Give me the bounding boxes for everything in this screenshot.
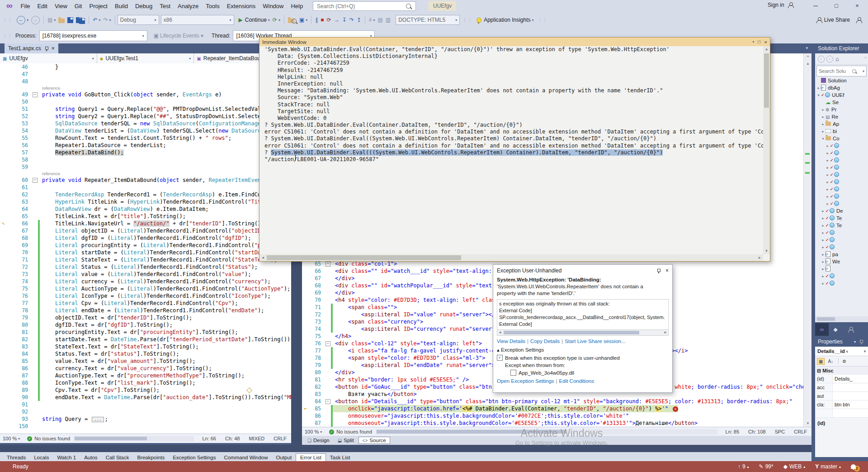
expander-icon[interactable]: ▸: [825, 158, 830, 162]
code-line[interactable]: 55 RowCount.Text = tenderList.Count.ToSt…: [0, 134, 291, 142]
codelens-row[interactable]: reference: [0, 171, 291, 176]
navigate-forward-button[interactable]: →: [31, 16, 40, 24]
tab-git-changes[interactable]: ◆: [829, 323, 842, 336]
code-line[interactable]: 75 Literal AuctionType = (Literal)Tender…: [0, 285, 291, 292]
restart-button[interactable]: ⟳: [327, 17, 331, 23]
code-line[interactable]: 58: [0, 156, 291, 163]
menu-analyze[interactable]: Analyze: [174, 1, 202, 11]
solution-tree-item[interactable]: ▸✓Te: [815, 215, 868, 222]
solution-tree-item[interactable]: ▸▤Re: [815, 113, 868, 120]
exception-settings-header[interactable]: ▴ Exception Settings: [497, 347, 669, 353]
code-line[interactable]: 84 Status.Text = dr["status"].ToString()…: [0, 350, 291, 358]
save-all-button[interactable]: [76, 16, 85, 24]
code-line[interactable]: 70 Literal startDate = (Literal)TenderRe…: [0, 249, 291, 256]
immediate-line[interactable]: ErrorCode: -2147467259: [259, 60, 763, 67]
format-document-button[interactable]: ▥: [386, 17, 391, 23]
callstack-scrollbar[interactable]: ◄►: [497, 330, 669, 336]
break-when-unhandled-checkbox[interactable]: ✓Break when this exception type is user-…: [497, 355, 669, 361]
tool-tab-threads[interactable]: Threads: [3, 454, 30, 461]
solution-tree-item[interactable]: ▸✓Te: [815, 222, 868, 229]
expander-icon[interactable]: ▾: [821, 137, 826, 141]
tool-tab-error-list[interactable]: Error List: [296, 453, 326, 461]
error-navigation-indicator[interactable]: ↑ 9▴: [738, 463, 749, 470]
doctype-select[interactable]: DOCTYPE: HTML5▾: [396, 15, 460, 25]
expander-icon[interactable]: ▾: [816, 93, 821, 97]
alphabetical-view-button[interactable]: A↓: [826, 358, 835, 365]
expander-icon[interactable]: ▸: [821, 115, 826, 119]
immediate-line[interactable]: ? System.Web.UI.DataBinder.Eval(Containe…: [259, 122, 763, 129]
menu-debug[interactable]: Debug: [132, 1, 156, 11]
menu-test[interactable]: Test: [156, 1, 174, 11]
menu-project[interactable]: Project: [85, 1, 111, 11]
solution-tree-item[interactable]: ▸Ap: [815, 120, 868, 128]
close-button[interactable]: ×: [847, 0, 867, 11]
code-line[interactable]: 90 endDate.Text = DateTime.Parse(dr["auc…: [0, 394, 291, 401]
menu-view[interactable]: View: [51, 1, 71, 11]
code-line[interactable]: 92: [0, 408, 291, 415]
link-edit-conditions[interactable]: Edit Conditions: [559, 378, 594, 384]
step-into-button[interactable]: ↧: [342, 17, 347, 23]
expander-icon[interactable]: ▸: [821, 231, 826, 235]
expander-icon[interactable]: ▸: [825, 144, 830, 148]
immediate-line[interactable]: Source: "System.Web": [259, 94, 763, 101]
link-view-details[interactable]: View Details: [497, 339, 525, 344]
process-select[interactable]: [16788] iisexpress.exe▾: [39, 30, 147, 41]
code-line[interactable]: 93string Query = ...;: [0, 415, 291, 423]
code-line[interactable]: 69 Literal procuringEntity = (Literal)Te…: [0, 242, 291, 249]
immediate-line[interactable]: ? System.Web.UI.DataBinder.Eval((System.…: [259, 135, 763, 142]
fold-collapse-icon[interactable]: −: [33, 178, 38, 183]
link-start-live-share-session-[interactable]: Start Live Share session...: [565, 339, 625, 344]
close-tab-icon[interactable]: ×: [52, 45, 55, 52]
fold-collapse-icon[interactable]: −: [326, 399, 330, 404]
open-file-button[interactable]: [58, 17, 65, 23]
code-line[interactable]: 52 string Query2 = Query1.Replace("##", …: [0, 113, 291, 120]
solution-tree-item[interactable]: ▸✓: [815, 193, 868, 200]
immediate-line[interactable]: Message: "DataBinding: 'System.Web.UI.We…: [259, 87, 763, 94]
code-line[interactable]: 74 Literal currency = (Literal)TenderRec…: [0, 278, 291, 285]
solution-tree-item[interactable]: ▸✓: [815, 200, 868, 207]
properties-section-misc[interactable]: ⊟ Misc: [815, 367, 868, 375]
pin-icon[interactable]: [45, 47, 49, 51]
property-row[interactable]: aut: [815, 392, 868, 400]
search-input[interactable]: Search (Ctrl+Q): [313, 1, 416, 11]
code-line[interactable]: 81 procuringEntity.Text = dr["procuringE…: [0, 329, 291, 336]
immediate-line[interactable]: TargetSite: null: [259, 108, 763, 115]
solution-tree-item[interactable]: ▸bi: [815, 128, 868, 135]
maximize-icon[interactable]: □: [758, 39, 760, 44]
code-line[interactable]: 87 AuctionType.Text = dr["procurementMet…: [0, 372, 291, 379]
code-line[interactable]: 47: [0, 71, 291, 78]
immediate-window-output[interactable]: 'System.Web.UI.DataBinder.Eval(Container…: [259, 46, 763, 254]
solution-search-input[interactable]: Search Solu ▾: [816, 66, 867, 76]
browse-with-button[interactable]: [288, 17, 297, 24]
codelens-row[interactable]: reference: [0, 85, 291, 91]
categorized-view-button[interactable]: ▦: [817, 358, 825, 365]
menu-build[interactable]: Build: [111, 1, 132, 11]
tool-tab-autos[interactable]: Autos: [80, 454, 101, 461]
immediate-line[interactable]: HResult: -2147467259: [259, 67, 763, 74]
continue-button[interactable]: ▶Continue▾: [239, 17, 270, 23]
solution-tree-item[interactable]: ▸⚙Pr: [815, 106, 868, 113]
expander-icon[interactable]: ▸: [825, 151, 830, 155]
code-line[interactable]: 49−private void GoButton_Click(object se…: [0, 91, 291, 98]
code-line[interactable]: 85 value.Text = dr["value_amount"].ToStr…: [0, 358, 291, 365]
solution-tree-item[interactable]: ▸✓: [815, 149, 868, 157]
immediate-line[interactable]: error CS1061: 'Control' does not contain…: [259, 129, 763, 135]
solution-tree-item[interactable]: ▸✓De: [815, 207, 868, 215]
menu-window[interactable]: Window: [259, 1, 287, 11]
expander-icon[interactable]: ▸: [825, 202, 830, 206]
tool-tab-locals[interactable]: Locals: [30, 454, 53, 461]
code-line[interactable]: 63 HyperLink TitleLink = (HyperLink)Tend…: [0, 198, 291, 205]
code-line[interactable]: 76 Literal IconType = (Literal)TenderRec…: [0, 292, 291, 300]
menu-git[interactable]: Git: [71, 1, 86, 11]
close-icon[interactable]: ×: [764, 39, 767, 45]
solution-tree-item[interactable]: Solution: [815, 77, 868, 84]
browser-target-button[interactable]: ▣▾: [299, 17, 307, 23]
pending-edits-indicator[interactable]: ✎ 99*: [759, 463, 774, 470]
except-dll-checkbox[interactable]: App_Web_3o4w05py.dll: [510, 370, 669, 376]
solution-tree-item[interactable]: ▸dbAg: [815, 84, 868, 91]
code-line[interactable]: 79 objectID.Text = dr["tenderID"].ToStri…: [0, 314, 291, 321]
code-analysis-button[interactable]: #▾: [369, 17, 375, 23]
document-outline-button[interactable]: ▤: [377, 17, 382, 23]
code-line[interactable]: 54 DataView tenderList = (DataView) tend…: [0, 127, 291, 134]
solution-tree-item[interactable]: ▾✓UUEf: [815, 91, 868, 99]
